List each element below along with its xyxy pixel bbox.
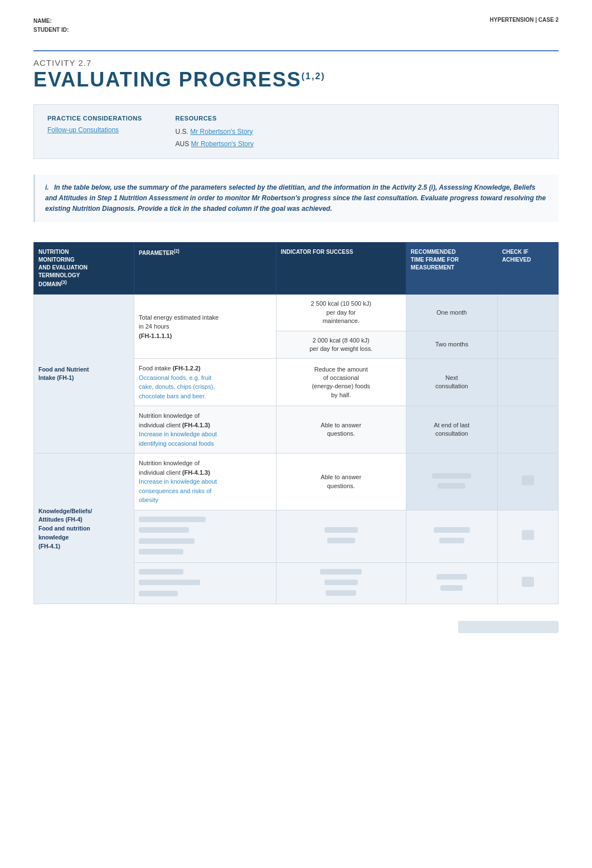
aus-robertson-link[interactable]: Mr Robertson's Story [191,140,254,148]
indicator-answer-2: Able to answerquestions. [276,454,406,510]
student-id-label: STUDENT ID: [33,27,69,33]
timeframe-blurred-1 [406,454,497,510]
page: NAME: STUDENT ID: HYPERTENSION | CASE 2 … [0,0,592,868]
timeframe-endlast: At end of lastconsultation [406,406,497,454]
header-left: NAME: STUDENT ID: [33,17,69,35]
param-energy: Total energy estimated intakein 24 hours… [134,295,276,359]
main-title: EVALUATING PROGRESS(1,2) [33,69,559,91]
timeframe-blurred-3 [406,562,497,604]
practice-col-2: RESOURCES U.S. Mr Robertson's Story AUS … [176,115,254,148]
check-1 [497,295,558,331]
timeframe-next: Nextconsultation [406,359,497,406]
col-header-parameter: PARAMETER(2) [134,243,276,295]
activity-label: ACTIVITY 2.7 [33,58,559,67]
check-5 [497,454,558,510]
resource-item-2: AUS Mr Robertson's Story [176,138,254,148]
us-robertson-link[interactable]: Mr Robertson's Story [190,128,253,136]
name-label: NAME: [33,18,52,24]
check-blurred-2 [497,562,558,604]
param-knowledge-obesity: Nutrition knowledge ofindividual client … [134,454,276,510]
footer-blur [458,621,559,633]
resource-item-1: U.S. Mr Robertson's Story [176,126,254,136]
check-4 [497,406,558,454]
instruction-text: In the table below, use the summary of t… [45,184,546,213]
table-wrapper: NUTRITIONMONITORINGAND EVALUATIONTERMINO… [33,242,559,604]
header: NAME: STUDENT ID: HYPERTENSION | CASE 2 [33,17,559,40]
footer-area [33,621,559,633]
practice-box: PRACTICE CONSIDERATIONS Follow-up Consul… [33,104,559,159]
resources-heading: RESOURCES [176,115,254,122]
param-blurred-2 [134,562,276,604]
indicator-maintenance: 2 500 kcal (10 500 kJ)per day formainten… [276,295,406,331]
aus-prefix: AUS [176,140,191,148]
indicator-reduce: Reduce the amountof occasional(energy-de… [276,359,406,406]
check-2 [497,331,558,359]
indicator-blurred-1 [276,510,406,562]
domain-fh1: Food and NutrientIntake (FH-1) [34,295,134,454]
check-3 [497,359,558,406]
col-header-timeframe: RECOMMENDEDTIME FRAME FORMEASUREMENT [406,243,497,295]
col-header-domain: NUTRITIONMONITORINGAND EVALUATIONTERMINO… [34,243,134,295]
indicator-answer-1: Able to answerquestions. [276,406,406,454]
timeframe-1month: One month [406,295,497,331]
check-blurred-1 [497,510,558,562]
instruction-box: i. In the table below, use the summary o… [33,175,559,223]
col-header-check: CHECK IFACHIEVED [497,243,558,295]
monitoring-table: NUTRITIONMONITORINGAND EVALUATIONTERMINO… [33,242,559,604]
table-row: Knowledge/Beliefs/Attitudes (FH-4) Food … [34,454,559,510]
follow-up-link[interactable]: Follow-up Consultations [47,126,142,134]
timeframe-2months: Two months [406,331,497,359]
timeframe-blurred-2 [406,510,497,562]
practice-heading: PRACTICE CONSIDERATIONS [47,115,142,122]
param-blurred-1 [134,510,276,562]
instruction-index: i. [45,184,49,191]
param-food-intake: Food intake (FH-1.2.2) Occasional foods,… [134,359,276,406]
us-prefix: U.S. [176,128,191,136]
table-row: Food and NutrientIntake (FH-1) Total ene… [34,295,559,331]
header-right: HYPERTENSION | CASE 2 [490,17,559,23]
indicator-weightloss: 2 000 kcal (8 400 kJ)per day for weight … [276,331,406,359]
practice-col-1: PRACTICE CONSIDERATIONS Follow-up Consul… [47,115,142,148]
param-knowledge-identifying: Nutrition knowledge ofindividual client … [134,406,276,454]
col-header-indicator: INDICATOR FOR SUCCESS [276,243,406,295]
indicator-blurred-2 [276,562,406,604]
title-section: ACTIVITY 2.7 EVALUATING PROGRESS(1,2) [33,50,559,91]
domain-fh4: Knowledge/Beliefs/Attitudes (FH-4) Food … [34,454,134,604]
table-header-row: NUTRITIONMONITORINGAND EVALUATIONTERMINO… [34,243,559,295]
